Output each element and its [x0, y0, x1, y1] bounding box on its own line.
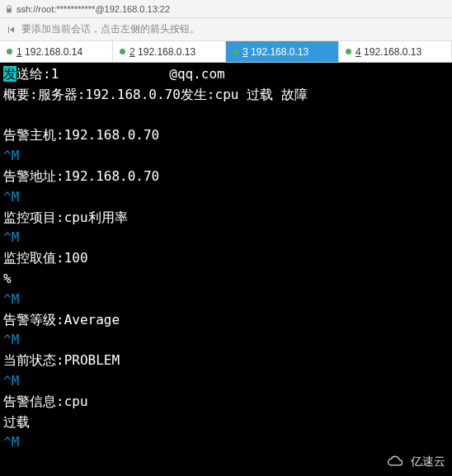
terminal-line: ^M [3, 330, 449, 351]
status-dot-icon [233, 49, 238, 54]
terminal-line: ^M [3, 432, 449, 453]
terminal-line: 过载 [3, 412, 449, 433]
tab-num: 3 [242, 46, 248, 58]
terminal-line: 告警主机:192.168.0.70 [3, 125, 449, 146]
tab-num: 1 [16, 46, 22, 58]
terminal-line: ^M [3, 290, 449, 310]
tab-num: 2 [129, 46, 135, 58]
status-dot-icon [7, 49, 12, 54]
terminal-line: 当前状态:PROBLEM [3, 351, 449, 371]
tab-1[interactable]: 1 192.168.0.14 [0, 41, 113, 62]
terminal-line: ^M [3, 228, 449, 248]
status-dot-icon [346, 49, 351, 54]
terminal[interactable]: 发送给:1@qq.com 概要:服务器:192.168.0.70发生:cpu 过… [0, 63, 452, 476]
tab-label: 192.168.0.13 [138, 46, 195, 58]
arrow-icon[interactable] [7, 25, 16, 35]
watermark-text: 亿速云 [411, 453, 445, 471]
terminal-line: ^M [3, 146, 449, 167]
highlight: 发 [3, 66, 16, 82]
terminal-line: 告警信息:cpu [3, 392, 449, 412]
cloud-icon [386, 455, 407, 469]
terminal-line: 告警地址:192.168.0.70 [3, 167, 449, 187]
tab-label: 192.168.0.13 [251, 46, 308, 58]
tab-label: 192.168.0.13 [364, 46, 421, 58]
tab-2[interactable]: 2 192.168.0.13 [113, 41, 226, 62]
url-text: ssh://root:***********@192.168.0.13:22 [16, 4, 170, 14]
tabs: 1 192.168.0.14 2 192.168.0.13 3 192.168.… [0, 41, 452, 63]
watermark: 亿速云 [386, 453, 445, 471]
status-dot-icon [120, 49, 125, 54]
tab-4[interactable]: 4 192.168.0.13 [339, 41, 452, 62]
tab-num: 4 [355, 46, 361, 58]
terminal-line: ^M [3, 187, 449, 208]
url-bar: ssh://root:***********@192.168.0.13:22 [0, 0, 452, 18]
terminal-line: % [3, 269, 449, 290]
redacted-block [59, 68, 169, 82]
tab-label: 192.168.0.14 [25, 46, 82, 58]
terminal-line [3, 106, 449, 126]
lock-icon [5, 5, 13, 13]
terminal-line: 监控取值:100 [3, 248, 449, 269]
hint-bar: 要添加当前会话，点击左侧的箭头按钮。 [0, 18, 452, 41]
terminal-line: 发送给:1@qq.com [3, 64, 449, 85]
hint-text: 要添加当前会话，点击左侧的箭头按钮。 [21, 22, 200, 36]
terminal-line: 告警等级:Average [3, 310, 449, 331]
terminal-line: ^M [3, 371, 449, 392]
terminal-line: 监控项目:cpu利用率 [3, 208, 449, 229]
terminal-line: 概要:服务器:192.168.0.70发生:cpu 过载 故障 [3, 85, 449, 106]
tab-3[interactable]: 3 192.168.0.13 [226, 41, 339, 62]
